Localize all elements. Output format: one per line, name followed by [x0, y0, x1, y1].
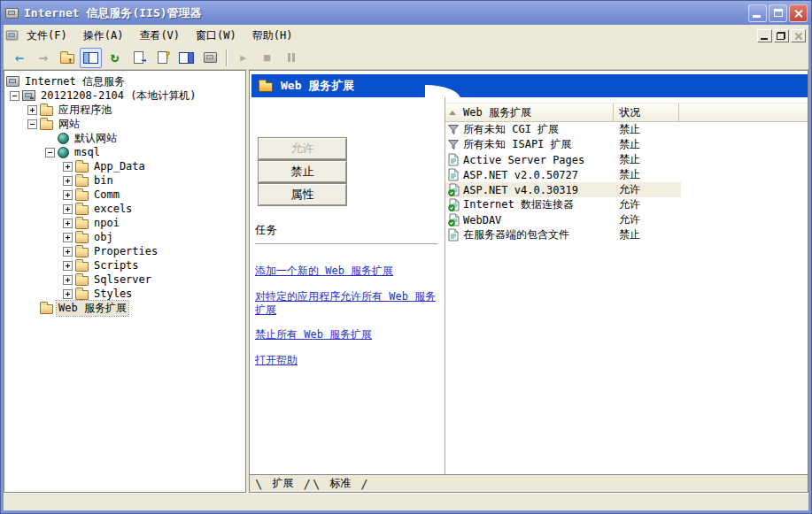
- tree-item-label: Styles: [92, 288, 134, 300]
- tree-item-label: Scripts: [92, 259, 141, 272]
- extension-row-0[interactable]: 所有未知 CGI 扩展禁止: [445, 122, 808, 137]
- tree-expander[interactable]: [63, 204, 73, 214]
- tree-item-12[interactable]: Properties: [4, 244, 245, 258]
- menu-item-2[interactable]: 查看(V): [131, 26, 188, 46]
- tree-expander[interactable]: [45, 148, 55, 157]
- tree-expander[interactable]: [10, 91, 19, 101]
- tab-slash-decoration: \: [254, 477, 263, 491]
- tree-item-4[interactable]: 默认网站: [4, 131, 245, 145]
- tree-item-16[interactable]: Web 服务扩展: [4, 301, 245, 315]
- tree-item-14[interactable]: Sqlserver: [4, 272, 245, 287]
- tree-item-6[interactable]: App_Data: [4, 159, 245, 173]
- tree-item-13[interactable]: Scripts: [4, 258, 245, 272]
- tree-item-11[interactable]: obj: [4, 230, 245, 244]
- tree-item-label: Comm: [92, 188, 121, 201]
- tree-expander[interactable]: [63, 176, 73, 186]
- tree-expander[interactable]: [27, 119, 37, 129]
- properties-button[interactable]: 属性: [258, 183, 347, 206]
- tree-item-9[interactable]: excels: [4, 202, 245, 216]
- page-title: Web 服务扩展: [281, 78, 354, 94]
- minimize-button[interactable]: [748, 4, 767, 22]
- app-icon: [5, 8, 19, 19]
- show-tree-pane-button[interactable]: [80, 48, 102, 68]
- column-header-filler: [679, 104, 808, 121]
- tree-item-1[interactable]: 20121208-2104 (本地计算机): [4, 88, 245, 103]
- tree-expander[interactable]: [63, 233, 73, 242]
- tab-扩展[interactable]: 扩展: [263, 476, 302, 491]
- extension-row-4[interactable]: ASP.NET v4.0.30319允许: [445, 182, 808, 197]
- forward-button[interactable]: →: [32, 48, 54, 68]
- extension-name: ASP.NET v2.0.50727: [461, 167, 614, 182]
- funnel-icon: [445, 137, 461, 152]
- extension-row-3[interactable]: ASP.NET v2.0.50727禁止: [445, 167, 808, 182]
- extension-row-2[interactable]: Active Server Pages禁止: [445, 152, 808, 167]
- pause-icon: [288, 53, 295, 62]
- mdi-close-button[interactable]: [791, 29, 806, 42]
- tree-expander[interactable]: [27, 105, 37, 115]
- tree-expander[interactable]: [63, 261, 73, 271]
- tree-item-15[interactable]: Styles: [4, 287, 245, 301]
- tree-item-label: 网站: [57, 117, 81, 132]
- allow-button[interactable]: 允许: [258, 137, 347, 160]
- back-icon: ←: [14, 50, 23, 65]
- help-button[interactable]: ?: [151, 48, 174, 68]
- stop-button[interactable]: ■: [256, 48, 278, 68]
- menu-item-0[interactable]: 文件(F): [19, 26, 75, 46]
- list-header: Web 服务扩展状况: [445, 103, 808, 122]
- task-link-1[interactable]: 对特定的应用程序允许所有 Web 服务扩展: [255, 290, 441, 317]
- forward-icon: →: [38, 50, 47, 65]
- tree-item-5[interactable]: msql: [4, 145, 245, 159]
- menu-item-3[interactable]: 窗口(W): [188, 26, 244, 46]
- tree-expander[interactable]: [63, 162, 73, 172]
- extension-row-5[interactable]: Internet 数据连接器允许: [445, 197, 808, 212]
- refresh-button[interactable]: ↻: [104, 48, 126, 68]
- back-button[interactable]: ←: [8, 48, 30, 68]
- start-button[interactable]: ▶: [232, 48, 254, 68]
- extension-name: 所有未知 CGI 扩展: [461, 122, 614, 137]
- tree-item-7[interactable]: bin: [4, 173, 245, 188]
- tree-expander[interactable]: [63, 190, 73, 200]
- remote-computer-button[interactable]: [199, 48, 221, 68]
- pause-button[interactable]: [280, 48, 302, 68]
- mdi-restore-button[interactable]: [774, 29, 789, 42]
- prohibit-button[interactable]: 禁止: [258, 160, 347, 183]
- close-button[interactable]: [789, 4, 808, 22]
- page-header-band: Web 服务扩展: [251, 74, 808, 97]
- iis-manager-window: Internet 信息服务(IIS)管理器 文件(F)操作(A)查看(V)窗口(…: [0, 0, 812, 514]
- folder-icon: [75, 205, 89, 215]
- extension-row-7[interactable]: 在服务器端的包含文件禁止: [445, 227, 808, 242]
- tree-item-label: npoi: [92, 217, 121, 229]
- export-list-button[interactable]: →: [128, 48, 150, 68]
- tree-item-10[interactable]: npoi: [4, 216, 245, 230]
- extension-row-6[interactable]: WebDAV允许: [445, 212, 808, 227]
- mdi-minimize-button[interactable]: [757, 29, 772, 42]
- tree-expander[interactable]: [63, 247, 73, 257]
- menu-item-4[interactable]: 帮助(H): [244, 26, 301, 46]
- task-link-3[interactable]: 打开帮助: [255, 354, 441, 367]
- sort-column-header[interactable]: [445, 104, 460, 121]
- task-link-0[interactable]: 添加一个新的 Web 服务扩展: [255, 265, 441, 278]
- tree-item-8[interactable]: Comm: [4, 188, 245, 202]
- maximize-button[interactable]: [769, 4, 787, 22]
- menubar: 文件(F)操作(A)查看(V)窗口(W)帮助(H): [4, 25, 808, 46]
- extension-status: 禁止: [614, 152, 681, 167]
- task-link-2[interactable]: 禁止所有 Web 服务扩展: [255, 328, 441, 341]
- extension-row-1[interactable]: 所有未知 ISAPI 扩展禁止: [445, 137, 808, 152]
- folder-icon: [75, 177, 89, 187]
- globe-icon: [58, 147, 69, 158]
- extension-status: 允许: [614, 212, 681, 227]
- folder-icon: [40, 304, 53, 314]
- tree-expander[interactable]: [63, 289, 73, 299]
- column-header-extension[interactable]: Web 服务扩展: [460, 104, 614, 121]
- tree-item-2[interactable]: 应用程序池: [4, 103, 245, 117]
- tree-item-0[interactable]: Internet 信息服务: [4, 74, 245, 88]
- tree-expander[interactable]: [63, 275, 73, 285]
- tree-item-3[interactable]: 网站: [4, 117, 245, 131]
- tree-expander[interactable]: [63, 219, 73, 228]
- up-folder-button[interactable]: ↑: [56, 48, 78, 68]
- tab-标准[interactable]: 标准: [321, 476, 360, 491]
- detail-pane-button[interactable]: [175, 48, 197, 68]
- menu-item-1[interactable]: 操作(A): [75, 26, 132, 46]
- status-bar: [4, 493, 808, 510]
- column-header-status[interactable]: 状况: [614, 104, 679, 121]
